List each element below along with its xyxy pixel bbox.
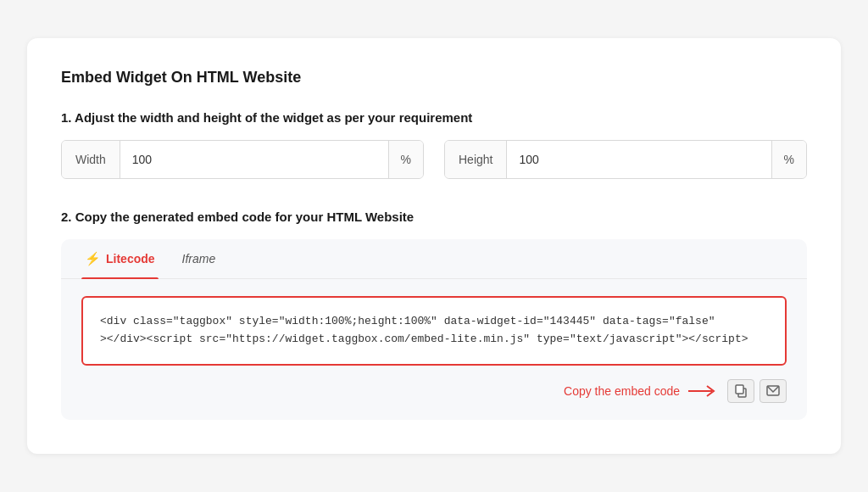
svg-rect-2 [736,385,743,394]
copy-row: Copy the embed code [61,366,807,403]
copy-arrow-icon [688,384,719,398]
width-box: Width % [61,140,424,179]
width-input[interactable] [120,141,388,178]
lightning-icon: ⚡ [85,251,101,266]
dimensions-row: Width % Height % [61,140,807,179]
tabs-row: ⚡ Litecode Iframe [61,239,807,279]
width-unit: % [388,141,423,178]
card-title: Embed Widget On HTML Website [61,69,807,87]
section1-title: 1. Adjust the width and height of the wi… [61,110,807,125]
section2-title: 2. Copy the generated embed code for you… [61,210,807,224]
tab-iframe[interactable]: Iframe [179,240,220,277]
height-box: Height % [444,140,807,179]
copy-button[interactable] [727,379,754,403]
height-unit: % [771,141,806,178]
copy-icons [727,379,787,403]
tab-iframe-label: Iframe [182,252,216,266]
copy-label: Copy the embed code [564,384,680,398]
embed-code: <div class="taggbox" style="width:100%;h… [100,313,768,349]
height-input[interactable] [507,141,771,178]
main-card: Embed Widget On HTML Website 1. Adjust t… [27,38,841,454]
width-label: Width [62,141,120,178]
height-label: Height [445,141,507,178]
code-block-wrapper: <div class="taggbox" style="width:100%;h… [81,296,787,366]
email-button[interactable] [760,379,787,403]
embed-section: ⚡ Litecode Iframe <div class="taggbox" s… [61,239,807,420]
tab-litecode-label: Litecode [106,252,155,266]
tab-litecode[interactable]: ⚡ Litecode [81,239,159,278]
